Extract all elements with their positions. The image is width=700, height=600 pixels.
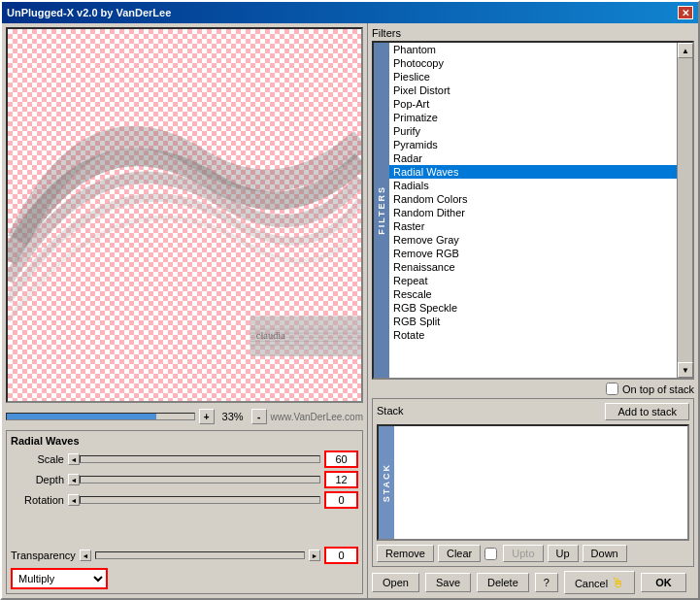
rotation-input[interactable] — [324, 491, 358, 509]
filter-list-item[interactable]: Primatize — [389, 111, 677, 124]
transparency-left-arrow[interactable]: ◄ — [80, 550, 91, 561]
on-top-row: On top of stack — [372, 383, 694, 395]
zoom-percent: 33% — [218, 411, 248, 422]
scale-row: Scale ◄ — [11, 450, 358, 468]
watermark-text: www.VanDerLee.com — [271, 412, 363, 422]
filter-list-item[interactable]: Pop-Art — [389, 97, 677, 111]
filters-list-container: FILTERS PhantomPhotocopyPieslicePixel Di… — [372, 41, 694, 380]
down-button[interactable]: Down — [583, 545, 627, 562]
filter-list-item[interactable]: Pixel Distort — [389, 83, 677, 97]
save-button[interactable]: Save — [425, 573, 471, 592]
zoom-slider[interactable] — [6, 413, 195, 420]
close-button[interactable]: ✕ — [678, 6, 693, 19]
title-bar: UnPlugged-X v2.0 by VanDerLee ✕ — [2, 2, 698, 23]
zoom-minus-button[interactable]: - — [251, 409, 267, 424]
rotation-label: Rotation — [11, 494, 64, 506]
rotation-slider[interactable] — [80, 496, 320, 504]
scroll-up-button[interactable]: ▲ — [678, 43, 693, 58]
stack-sidebar: STACK — [379, 426, 394, 539]
filter-list-item[interactable]: Pyramids — [389, 138, 677, 151]
clear-button[interactable]: Clear — [438, 545, 481, 562]
filter-list-item[interactable]: Rotate — [389, 328, 677, 342]
filter-list-item[interactable]: Pieslice — [389, 70, 677, 83]
filters-sidebar: FILTERS — [374, 43, 389, 378]
params-title: Radial Waves — [11, 435, 358, 447]
filters-list[interactable]: PhantomPhotocopyPieslicePixel DistortPop… — [389, 43, 677, 378]
depth-slider[interactable] — [80, 476, 320, 483]
ok-button[interactable]: OK — [641, 573, 686, 592]
filter-list-item[interactable]: Repeat — [389, 274, 677, 287]
rotation-row: Rotation ◄ — [11, 491, 358, 509]
stack-section: Stack Add to stack STACK Remove Clear Up… — [372, 398, 694, 567]
filter-list-item[interactable]: Remove Gray — [389, 233, 677, 247]
scroll-down-button[interactable]: ▼ — [678, 362, 693, 378]
scale-label: Scale — [11, 453, 64, 465]
window-title: UnPlugged-X v2.0 by VanDerLee — [7, 7, 171, 18]
remove-button[interactable]: Remove — [377, 545, 434, 562]
filter-list-item[interactable]: Radar — [389, 151, 677, 165]
filter-list-item[interactable]: Random Colors — [389, 192, 677, 206]
blend-row: Multiply Normal Screen Overlay Darken Li… — [11, 568, 358, 589]
filters-header: Filters — [372, 27, 694, 39]
on-top-label: On top of stack — [622, 383, 694, 395]
stack-header: Stack — [377, 405, 404, 417]
depth-input[interactable] — [324, 471, 358, 488]
stack-list — [394, 426, 687, 539]
filter-list-item[interactable]: RGB Split — [389, 315, 677, 328]
main-window: UnPlugged-X v2.0 by VanDerLee ✕ — [0, 0, 700, 600]
filter-list-item[interactable]: Radial Waves — [389, 165, 677, 179]
filter-list-item[interactable]: Remove RGB — [389, 247, 677, 260]
zoom-plus-button[interactable]: + — [199, 409, 215, 424]
delete-button[interactable]: Delete — [477, 573, 529, 592]
transparency-label: Transparency — [11, 550, 76, 561]
filters-scrollbar: ▲ ▼ — [677, 43, 692, 378]
depth-arrow-button[interactable]: ◄ — [68, 474, 80, 485]
filter-list-item[interactable]: Radials — [389, 179, 677, 192]
rotation-arrow-button[interactable]: ◄ — [68, 494, 80, 506]
on-top-checkbox[interactable] — [606, 383, 618, 395]
depth-row: Depth ◄ — [11, 471, 358, 488]
svg-text:claudia: claudia — [256, 330, 285, 341]
main-content: claudia + 33% - www.VanDerLee.com — [2, 23, 698, 598]
filter-list-item[interactable]: Raster — [389, 219, 677, 233]
transparency-slider[interactable] — [95, 551, 305, 559]
params-section: Radial Waves Scale ◄ Depth ◄ Ro — [6, 430, 363, 594]
filter-list-item[interactable]: Photocopy — [389, 56, 677, 70]
add-to-stack-button[interactable]: Add to stack — [605, 403, 689, 420]
scale-arrow-button[interactable]: ◄ — [68, 453, 80, 465]
stack-list-container: STACK — [377, 424, 689, 541]
blend-select[interactable]: Multiply Normal Screen Overlay Darken Li… — [11, 568, 108, 589]
preview-image: claudia — [8, 29, 361, 401]
filter-list-item[interactable]: Renaissance — [389, 260, 677, 274]
open-button[interactable]: Open — [372, 573, 419, 592]
stack-sidebar-text: STACK — [382, 463, 391, 502]
bottom-buttons: Open Save Delete ? Cancel 🖱 OK — [372, 571, 694, 594]
filter-list-item[interactable]: Random Dither — [389, 206, 677, 219]
cancel-button[interactable]: Cancel 🖱 — [564, 571, 635, 594]
upto-checkbox[interactable] — [484, 548, 497, 560]
scale-input[interactable] — [324, 450, 358, 468]
scroll-track[interactable] — [678, 58, 692, 362]
preview-area: claudia — [6, 27, 363, 403]
transparency-row: Transparency ◄ ► — [11, 547, 358, 564]
depth-label: Depth — [11, 474, 64, 485]
transparency-right-arrow[interactable]: ► — [309, 550, 320, 561]
help-button[interactable]: ? — [535, 573, 558, 592]
cursor-icon: 🖱 — [611, 575, 624, 590]
filters-section: Filters FILTERS PhantomPhotocopyPieslice… — [372, 27, 694, 380]
filter-list-item[interactable]: Rescale — [389, 287, 677, 301]
filter-list-item[interactable]: Purify — [389, 124, 677, 138]
filter-list-item[interactable]: Phantom — [389, 43, 677, 56]
zoom-bar: + 33% - www.VanDerLee.com — [6, 407, 363, 426]
up-button[interactable]: Up — [548, 545, 579, 562]
stack-controls: Remove Clear Upto Up Down — [377, 545, 689, 562]
upto-button[interactable]: Upto — [503, 545, 543, 562]
filters-sidebar-text: FILTERS — [377, 185, 386, 235]
left-panel: claudia + 33% - www.VanDerLee.com — [2, 23, 368, 598]
scale-slider[interactable] — [80, 455, 320, 463]
filter-list-item[interactable]: RGB Speckle — [389, 301, 677, 315]
right-panel: Filters FILTERS PhantomPhotocopyPieslice… — [368, 23, 698, 598]
transparency-input[interactable] — [324, 547, 358, 564]
